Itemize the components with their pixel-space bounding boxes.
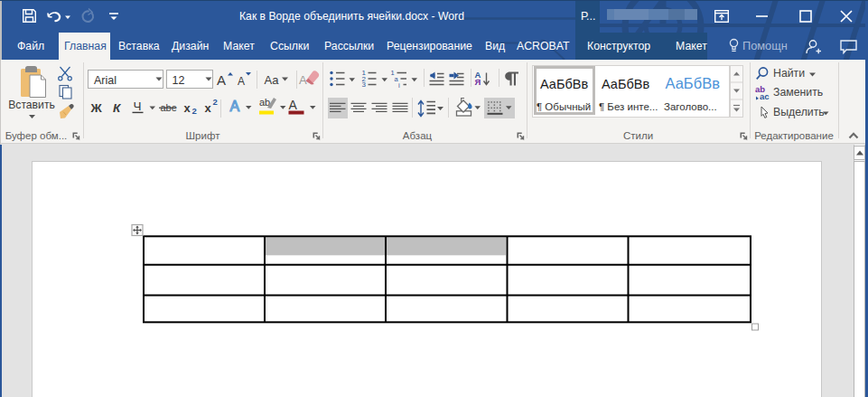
- svg-text:Ж: Ж: [90, 101, 103, 115]
- svg-text:3: 3: [362, 80, 367, 89]
- svg-text:А: А: [217, 72, 226, 88]
- svg-text:Я: Я: [475, 77, 481, 87]
- svg-text:2: 2: [213, 97, 218, 107]
- svg-text:Аа: Аа: [265, 73, 280, 87]
- svg-text:ab: ab: [259, 97, 270, 108]
- svg-text:x: x: [205, 101, 212, 115]
- svg-text:2: 2: [192, 106, 197, 116]
- svg-text:А: А: [238, 75, 245, 88]
- svg-text:К: К: [113, 101, 122, 115]
- svg-text:Ч: Ч: [134, 99, 142, 113]
- svg-text:i: i: [398, 81, 400, 90]
- svg-text:x: x: [184, 101, 191, 115]
- svg-text:А: А: [289, 98, 298, 112]
- svg-text:А: А: [299, 73, 307, 87]
- svg-text:ac: ac: [760, 91, 770, 101]
- svg-text:А: А: [230, 99, 240, 114]
